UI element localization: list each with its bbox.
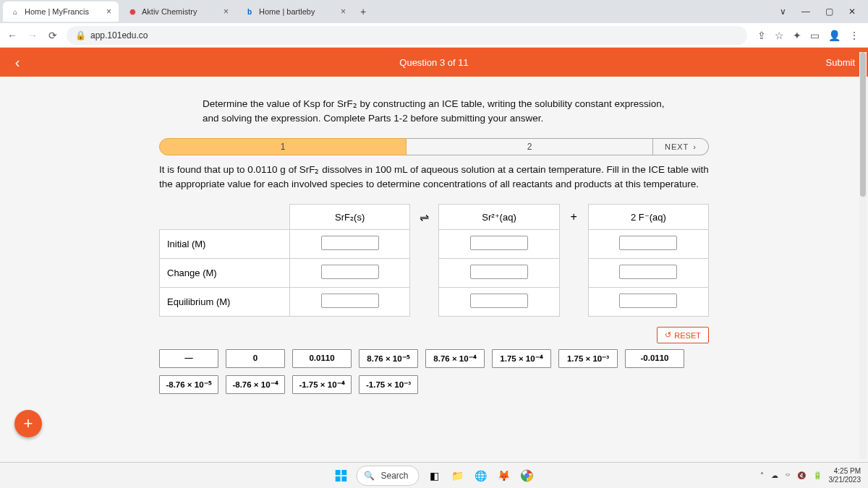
new-tab-button[interactable]: + bbox=[354, 3, 372, 20]
menu-icon[interactable]: ⋮ bbox=[849, 30, 859, 41]
tab-bartleby[interactable]: b Home | bartleby × bbox=[237, 1, 353, 22]
start-icon[interactable] bbox=[333, 468, 349, 484]
reload-icon[interactable]: ⟳ bbox=[46, 29, 59, 42]
undo-icon: ↺ bbox=[665, 330, 671, 340]
ice-cell-input[interactable] bbox=[470, 265, 528, 279]
ice-cell-input[interactable] bbox=[619, 265, 677, 279]
close-icon[interactable]: × bbox=[106, 7, 111, 17]
url-input[interactable]: 🔒 app.101edu.co bbox=[67, 26, 747, 45]
chevron-down-icon[interactable]: ∨ bbox=[777, 7, 788, 17]
app-icon: ⬣ bbox=[127, 7, 137, 17]
species-f: 2 F⁻(aq) bbox=[588, 205, 708, 230]
browser-tab-strip: ⌂ Home | MyFrancis × ⬣ Aktiv Chemistry ×… bbox=[0, 0, 868, 23]
reset-button[interactable]: ↺ RESET bbox=[657, 327, 709, 343]
row-label-equilibrium: Equilibrium (M) bbox=[160, 288, 290, 317]
taskbar-search[interactable]: 🔍 Search bbox=[356, 466, 419, 486]
task-view-icon[interactable]: ◧ bbox=[427, 468, 443, 484]
answer-chips: — 0 0.0110 8.76 × 10⁻⁵ 8.76 × 10⁻⁴ 1.75 … bbox=[159, 349, 709, 394]
search-label: Search bbox=[380, 471, 408, 481]
tab-aktiv[interactable]: ⬣ Aktiv Chemistry × bbox=[120, 1, 236, 22]
minimize-icon[interactable]: — bbox=[800, 7, 812, 17]
address-bar: ← → ⟳ 🔒 app.101edu.co ⇪ ☆ ✦ ▭ 👤 ⋮ bbox=[0, 23, 868, 48]
close-icon[interactable]: × bbox=[224, 7, 229, 17]
part-1-tab[interactable]: 1 bbox=[159, 138, 407, 155]
row-label-initial: Initial (M) bbox=[160, 230, 290, 259]
table-row: Initial (M) bbox=[160, 230, 709, 259]
scrollbar-track[interactable] bbox=[859, 52, 867, 459]
edge-icon[interactable]: 🌐 bbox=[473, 468, 489, 484]
main-content: Determine the value of Ksp for SrF₂ by c… bbox=[0, 77, 868, 401]
scrollbar-thumb[interactable] bbox=[860, 52, 866, 197]
url-text: app.101edu.co bbox=[90, 30, 148, 40]
bartleby-icon: b bbox=[244, 7, 255, 17]
chevron-up-icon[interactable]: ˄ bbox=[760, 471, 764, 479]
extensions-icon[interactable]: ✦ bbox=[793, 30, 801, 41]
add-fab-button[interactable]: + bbox=[14, 410, 42, 437]
ice-cell-input[interactable] bbox=[321, 265, 379, 279]
ice-cell-input[interactable] bbox=[619, 294, 677, 308]
window-icon[interactable]: ▭ bbox=[810, 30, 820, 41]
species-srf2: SrF₂(s) bbox=[290, 205, 410, 230]
chevron-right-icon: › bbox=[693, 142, 697, 151]
svg-rect-0 bbox=[335, 470, 340, 475]
chip-option[interactable]: -1.75 × 10⁻³ bbox=[359, 375, 418, 394]
profile-icon[interactable]: 👤 bbox=[828, 30, 841, 41]
tab-myfrancis[interactable]: ⌂ Home | MyFrancis × bbox=[3, 1, 119, 22]
ice-cell-input[interactable] bbox=[619, 236, 677, 250]
chip-option[interactable]: 0 bbox=[226, 349, 285, 368]
star-icon[interactable]: ☆ bbox=[775, 30, 784, 41]
ice-cell-input[interactable] bbox=[470, 236, 528, 250]
svg-rect-2 bbox=[335, 476, 340, 481]
tab-title: Aktiv Chemistry bbox=[142, 7, 219, 16]
search-icon: 🔍 bbox=[364, 471, 375, 481]
clock[interactable]: 4:25 PM 3/21/2023 bbox=[829, 467, 861, 484]
date-text: 3/21/2023 bbox=[829, 476, 861, 484]
back-chevron-icon[interactable]: ‹ bbox=[0, 54, 35, 71]
close-window-icon[interactable]: ✕ bbox=[846, 7, 858, 17]
svg-rect-3 bbox=[341, 476, 346, 481]
next-button[interactable]: NEXT › bbox=[653, 138, 709, 155]
chip-option[interactable]: 1.75 × 10⁻³ bbox=[558, 349, 618, 368]
explorer-icon[interactable]: 📁 bbox=[450, 468, 466, 484]
chip-option[interactable]: -8.76 × 10⁻⁵ bbox=[159, 375, 218, 394]
part-2-tab[interactable]: 2 bbox=[407, 138, 653, 155]
maximize-icon[interactable]: ▢ bbox=[823, 7, 835, 17]
question-counter: Question 3 of 11 bbox=[399, 57, 468, 68]
question-instructions: Determine the value of Ksp for SrF₂ by c… bbox=[203, 97, 665, 125]
chip-option[interactable]: -0.0110 bbox=[625, 349, 684, 368]
ice-table: SrF₂(s) ⇌ Sr²⁺(aq) + 2 F⁻(aq) Initial (M… bbox=[159, 204, 709, 317]
volume-icon[interactable]: 🔇 bbox=[797, 471, 806, 479]
system-tray: ˄ ☁ ⌔ 🔇 🔋 4:25 PM 3/21/2023 bbox=[760, 467, 861, 484]
tab-title: Home | bartleby bbox=[259, 7, 336, 16]
table-row: Equilibrium (M) bbox=[160, 288, 709, 317]
chip-option[interactable]: 1.75 × 10⁻⁴ bbox=[492, 349, 551, 368]
chip-option[interactable]: 8.76 × 10⁻⁴ bbox=[425, 349, 485, 368]
problem-statement: It is found that up to 0.0110 g of SrF₂ … bbox=[159, 163, 709, 191]
chip-option[interactable]: — bbox=[159, 349, 218, 368]
onedrive-icon[interactable]: ☁ bbox=[771, 471, 778, 479]
parts-navigator: 1 2 NEXT › bbox=[159, 138, 709, 155]
back-icon[interactable]: ← bbox=[6, 29, 19, 42]
firefox-icon[interactable]: 🦊 bbox=[496, 468, 512, 484]
reset-label: RESET bbox=[674, 331, 701, 340]
chip-option[interactable]: 0.0110 bbox=[292, 349, 352, 368]
windows-taskbar: 🔍 Search ◧ 📁 🌐 🦊 ˄ ☁ ⌔ 🔇 🔋 4:25 PM 3/21/… bbox=[0, 462, 868, 488]
window-controls: ∨ — ▢ ✕ bbox=[770, 7, 865, 17]
chip-option[interactable]: -8.76 × 10⁻⁴ bbox=[226, 375, 285, 394]
battery-icon[interactable]: 🔋 bbox=[813, 471, 822, 479]
forward-icon[interactable]: → bbox=[26, 29, 39, 42]
ice-cell-input[interactable] bbox=[321, 236, 379, 250]
ice-cell-input[interactable] bbox=[321, 294, 379, 308]
chrome-icon[interactable] bbox=[519, 468, 535, 484]
share-icon[interactable]: ⇪ bbox=[757, 30, 766, 41]
wifi-icon[interactable]: ⌔ bbox=[786, 471, 790, 479]
ice-cell-input[interactable] bbox=[470, 294, 528, 308]
equilibrium-arrow-icon: ⇌ bbox=[410, 205, 439, 230]
chip-option[interactable]: -1.75 × 10⁻⁴ bbox=[292, 375, 352, 394]
lock-icon: 🔒 bbox=[75, 30, 86, 40]
home-icon: ⌂ bbox=[10, 7, 20, 17]
close-icon[interactable]: × bbox=[341, 7, 346, 17]
chip-option[interactable]: 8.76 × 10⁻⁵ bbox=[359, 349, 418, 368]
table-row: Change (M) bbox=[160, 259, 709, 288]
next-label: NEXT bbox=[665, 142, 689, 151]
